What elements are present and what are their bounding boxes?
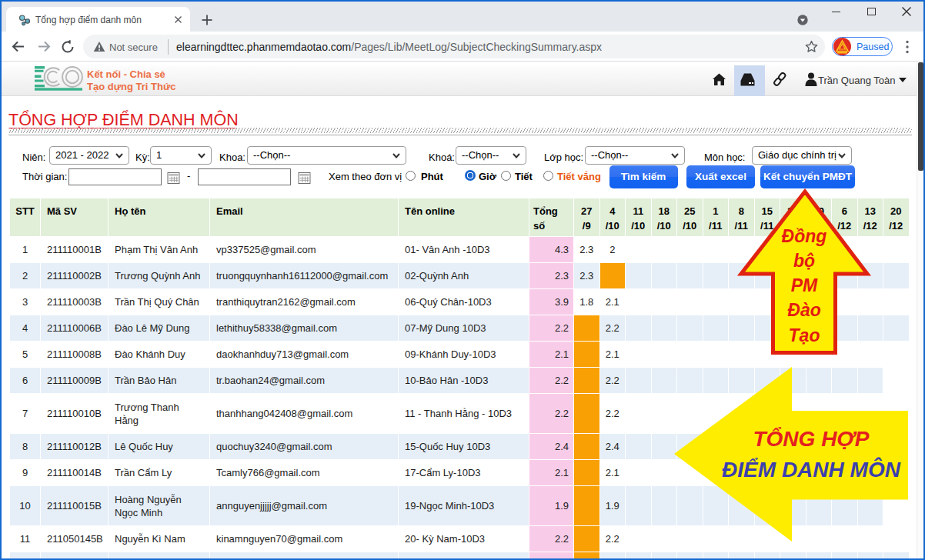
svg-text:Kết nối - Chia sẻ: Kết nối - Chia sẻ	[87, 68, 165, 80]
svg-text:Tạo dựng Tri Thức: Tạo dựng Tri Thức	[87, 81, 176, 92]
